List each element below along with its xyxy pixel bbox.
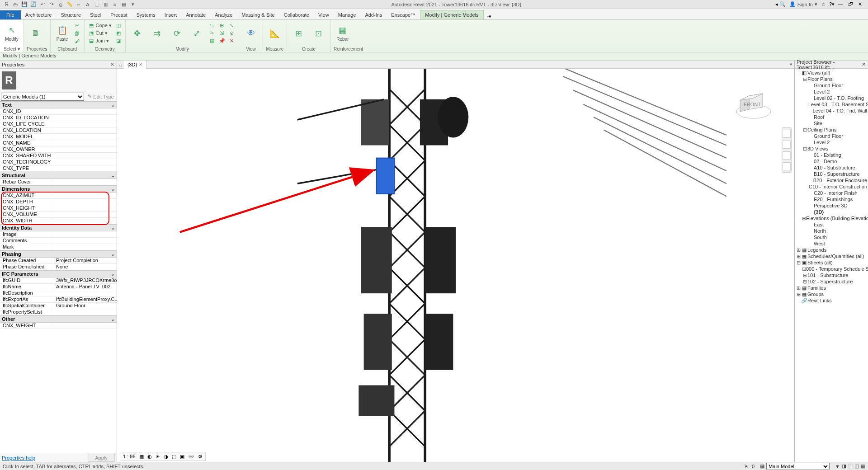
filter-icon[interactable]: ▼	[835, 464, 840, 469]
properties-close-icon[interactable]: ✕	[109, 61, 115, 67]
tree-node[interactable]: ⊞▦Legends	[796, 247, 867, 253]
prop-value[interactable]	[54, 309, 117, 315]
prop-row[interactable]: CNX_AZIMUT	[0, 193, 117, 199]
sign-in-button[interactable]: 👤 Sign In ▾	[789, 1, 817, 7]
measure-button[interactable]: 📐	[266, 22, 284, 45]
tab-enscape-[interactable]: Enscape™	[387, 10, 420, 19]
apply-button[interactable]: Apply	[88, 454, 115, 462]
create-button[interactable]: ⊞	[290, 22, 308, 45]
tab-systems[interactable]: Systems	[132, 10, 160, 19]
text-icon[interactable]: A	[84, 1, 91, 8]
viewport-canvas[interactable]: FRONT 1 : 96 ▦ ◐ ☀ ◑ ⬚ ▣ 👓 ⚙	[117, 69, 794, 462]
properties-button[interactable]: 🗎	[27, 22, 45, 45]
tree-node[interactable]: Site	[796, 120, 867, 127]
tree-node[interactable]: ⊞102 - Superstructure	[796, 278, 867, 285]
tree-node[interactable]: A10 - Substructure	[796, 164, 867, 171]
sync-icon[interactable]: 🔄	[30, 1, 37, 8]
prop-value[interactable]	[54, 231, 117, 237]
tab-collaborate[interactable]: Collaborate	[279, 10, 314, 19]
status-icon-2[interactable]: ◫	[854, 463, 859, 469]
reveal-icon[interactable]: ⚙	[198, 454, 203, 460]
expand-icon[interactable]: −	[796, 70, 801, 75]
home-view-icon[interactable]: ⌂	[117, 62, 124, 67]
tree-node[interactable]: ⊟Floor Plans	[796, 76, 867, 82]
tab-modify-generic-models[interactable]: Modify | Generic Models	[420, 10, 483, 19]
move-button[interactable]: ✥	[128, 22, 146, 45]
scale-button[interactable]: ⤡	[228, 22, 236, 29]
close-views-icon[interactable]: ▤	[120, 1, 127, 8]
pin-button[interactable]: 📌	[218, 38, 226, 45]
help-icon[interactable]: ?▾	[829, 1, 835, 7]
tree-node[interactable]: ⊟▣Sheets (all)	[796, 259, 867, 266]
modify-button[interactable]: ↖ Modify	[3, 22, 21, 45]
prop-row[interactable]: CNX_HEIGHT	[0, 205, 117, 212]
tree-node[interactable]: Ground Floor	[796, 133, 867, 139]
switch-windows-icon[interactable]: ▾	[129, 1, 137, 8]
prop-value[interactable]: Project Completion	[54, 258, 117, 263]
prop-value[interactable]: 3Wfx_RIWP3JRCOXrme8ott	[54, 277, 117, 283]
tree-node[interactable]: −◧Views (all)	[796, 70, 867, 76]
maximize-icon[interactable]: 🗗	[848, 1, 854, 8]
prop-value[interactable]	[54, 244, 117, 250]
type-selector[interactable]: Generic Models (1)	[1, 93, 84, 101]
tree-node[interactable]: Level 2	[796, 89, 867, 95]
delete-button[interactable]: ✕	[228, 38, 236, 45]
prop-value[interactable]	[54, 290, 117, 296]
prop-value[interactable]: None	[54, 264, 117, 270]
favorites-icon[interactable]: ☆	[821, 1, 826, 7]
geom-mini-2[interactable]: ◩	[114, 30, 123, 37]
shadows-icon[interactable]: ◑	[164, 454, 168, 460]
split-button[interactable]: ✂	[208, 30, 216, 37]
print-icon[interactable]: ⎙	[57, 1, 64, 8]
full-nav-wheel-icon[interactable]	[783, 130, 791, 138]
orbit-icon[interactable]	[783, 162, 791, 170]
view-button[interactable]: 👁	[242, 22, 260, 45]
rebar-button[interactable]: ▦ Rebar	[334, 22, 352, 45]
tab-structure[interactable]: Structure	[56, 10, 85, 19]
section-icon[interactable]: ▥	[102, 1, 109, 8]
prop-group-phasing[interactable]: Phasing⌄	[0, 250, 117, 258]
prop-value[interactable]	[54, 238, 117, 244]
tab-file[interactable]: File	[0, 10, 21, 19]
3d-icon[interactable]: ⬚	[93, 1, 100, 8]
sun-path-icon[interactable]: ☀	[156, 454, 160, 460]
prop-value[interactable]	[54, 140, 117, 146]
prop-row[interactable]: CNX_WEIGHT	[0, 323, 117, 329]
prop-row[interactable]: CNX_OWNER	[0, 146, 117, 153]
dimension-icon[interactable]: ↔	[75, 1, 82, 8]
array-button[interactable]: ▦	[208, 38, 216, 45]
tree-node[interactable]: Level 04 - T.O. Fnd. Wall	[796, 108, 867, 114]
tab-analyze[interactable]: Analyze	[210, 10, 237, 19]
view-scale[interactable]: 1 : 96	[123, 454, 136, 459]
align-button[interactable]: ⊞	[218, 22, 226, 29]
view-tab-close-icon[interactable]: ✕	[139, 62, 142, 67]
tab-manage[interactable]: Manage	[334, 10, 361, 19]
prop-group-ifc-parameters[interactable]: IFC Parameters⌄	[0, 270, 117, 277]
expand-icon[interactable]: ⊟	[802, 127, 807, 133]
minimize-icon[interactable]: —	[838, 1, 844, 8]
prop-row[interactable]: CNX_SHARED WITH	[0, 153, 117, 159]
thin-lines-icon[interactable]: ≡	[111, 1, 118, 8]
expand-icon[interactable]: ⊟	[802, 216, 806, 221]
tree-node[interactable]: ⊞▦Families	[796, 285, 867, 291]
cope-button[interactable]: ⬒Cope ▾	[87, 22, 113, 29]
tree-node[interactable]: ⊞101 - Substructure	[796, 272, 867, 278]
expand-icon[interactable]: ⊞	[796, 285, 801, 291]
prop-row[interactable]: CNX_NAME	[0, 140, 117, 146]
prop-row[interactable]: Phase CreatedProject Completion	[0, 258, 117, 264]
pan-icon[interactable]	[783, 141, 791, 149]
prop-group-text[interactable]: Text⌄	[0, 101, 117, 108]
prop-value[interactable]	[54, 121, 117, 127]
tree-node[interactable]: Perspective 3D	[796, 202, 867, 209]
expand-icon[interactable]: ⊟	[802, 76, 807, 82]
prop-value[interactable]	[54, 115, 117, 121]
tree-node[interactable]: C20 - Interior Finish	[796, 190, 867, 196]
status-icon-1[interactable]: ⬚	[848, 463, 853, 469]
save-icon[interactable]: 💾	[21, 1, 28, 8]
prop-value[interactable]	[54, 153, 117, 159]
expand-icon[interactable]: ⊞	[802, 273, 807, 278]
tree-node[interactable]: East	[796, 221, 867, 228]
rotate-button[interactable]: ⟳	[168, 22, 186, 45]
mirror-button[interactable]: ⇋	[208, 22, 216, 29]
tree-node[interactable]: West	[796, 240, 867, 247]
